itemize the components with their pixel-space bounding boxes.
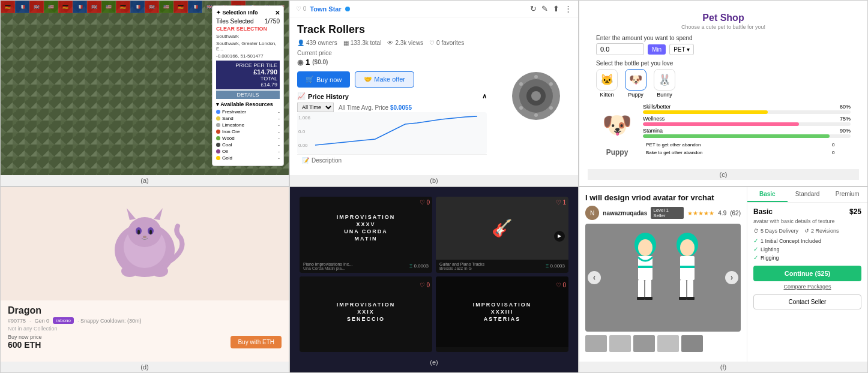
close-icon[interactable]: ✕ [275, 10, 280, 16]
buy-now-button[interactable]: 🛒 Buy now [297, 71, 350, 88]
dragon-artwork [1, 187, 289, 300]
puppy-label: Puppy [628, 92, 643, 98]
flag-cell: 🇫🇷 [130, 1, 145, 13]
refresh-icon[interactable]: ↻ [530, 4, 537, 13]
flag-cell: 🇬🇧 [29, 1, 44, 13]
tab-standard[interactable]: Standard [788, 187, 828, 202]
amount-input[interactable] [596, 43, 644, 55]
tab-basic[interactable]: Basic [747, 187, 788, 202]
pet-option-puppy[interactable]: 🐶 Puppy [625, 69, 646, 98]
clear-selection-button[interactable]: CLEAR SELECTION [216, 26, 280, 32]
flag-cell: 🇺🇸 [101, 1, 116, 13]
resource-action-iron-ore[interactable]: - [278, 129, 280, 134]
flag-cell: 🇩🇪 [1, 1, 15, 13]
panel-d: Dragon #90775 · Gen 0 rabono · Snappy Co… [0, 186, 289, 373]
svg-rect-37 [680, 266, 695, 268]
resource-freshwater: Freshwater - [216, 109, 280, 115]
svg-point-15 [128, 217, 161, 247]
resource-action-freshwater[interactable]: - [278, 109, 280, 115]
avatar-thumb-1[interactable] [585, 335, 607, 352]
continue-button[interactable]: Continue ($25) [753, 266, 861, 281]
pet-option-bunny[interactable]: 🐰 Bunny [654, 69, 675, 98]
time-range-select[interactable]: All Time [297, 103, 334, 112]
heart-icon-4[interactable]: ♡ 0 [556, 282, 566, 288]
seller-info-row: N nawazmuqadas Level 1 Seller ★★★★★ 4.9 … [585, 206, 741, 220]
avatar-thumb-3[interactable] [633, 335, 655, 352]
panel-e: ♡ 0 IMPROVISATION XXXV UNA CORDA MATIN P… [289, 186, 579, 373]
nft-id: #90775 [8, 318, 26, 324]
resource-action-gold[interactable]: - [278, 155, 280, 161]
play-icon-2[interactable]: ▶ [554, 231, 565, 242]
resource-wood: Wood - [216, 136, 280, 141]
description-section: 📝 Description [297, 154, 487, 166]
flag-cell: 🇬🇧 [87, 1, 101, 13]
price-area-2: Ξ 0.0003 [546, 263, 565, 269]
flag-cell: 🇬🇧 [145, 1, 159, 13]
music-card-2: ♡ 1 🎸 ▶ Guitar and Piano Tracks Bressis … [436, 197, 568, 273]
abandon-label-1: PET to get other abandon [644, 142, 829, 148]
pet-select-label: Select the bottle pet you love [596, 60, 851, 67]
share-icon[interactable]: ⬆ [553, 4, 559, 13]
resource-dot-iron-ore [216, 130, 220, 134]
stack-icon: ▦ [343, 40, 349, 46]
avatar-thumb-5[interactable] [681, 335, 703, 352]
seller-name[interactable]: nawazmuqadas [603, 210, 647, 216]
person-icon: 👤 [297, 40, 304, 46]
collapse-icon[interactable]: ∧ [482, 92, 487, 100]
price-history-label: Price History [308, 93, 349, 100]
price-per-tile-box: PRICE PER TILE £14.790 TOTAL £14.79 [216, 61, 280, 89]
more-icon[interactable]: ⋮ [564, 4, 572, 13]
heart-count: ♡ 0 [296, 5, 306, 12]
avatar-thumb-4[interactable] [657, 335, 679, 352]
cart-icon: 🛒 [306, 76, 314, 83]
pet-dropdown[interactable]: PET ▾ [669, 44, 693, 55]
avatar-next-button[interactable]: › [725, 271, 738, 284]
stat-bar-stamina: Stamina 90% [643, 128, 851, 138]
make-offer-button[interactable]: 🤝 Make offer [355, 71, 414, 88]
plan-title-row: Basic $25 [753, 207, 861, 216]
resource-name-wood: Wood [222, 136, 278, 141]
bunny-icon-wrapper: 🐰 [654, 69, 675, 91]
edit-icon[interactable]: ✎ [541, 4, 548, 13]
clock-icon: ⏱ [753, 228, 759, 234]
chart-icon: 📈 [297, 92, 306, 100]
resource-action-limestone[interactable]: - [278, 122, 280, 128]
contact-seller-button[interactable]: Contact Seller [753, 294, 861, 309]
compare-packages-link[interactable]: Compare Packages [753, 284, 861, 290]
min-button[interactable]: Min [648, 44, 666, 55]
card4-actions: ♡ 0 [556, 279, 566, 290]
panel-b-content: Track Rollers 👤 439 owners ▦ 133.3k tota… [290, 17, 578, 174]
location-name: Southwark [216, 34, 280, 39]
pricing-panel: Basic Standard Premium Basic $25 avatar … [747, 187, 867, 362]
heart-icon-1[interactable]: ♡ 0 [420, 199, 430, 206]
stamina-percent: 90% [840, 128, 851, 134]
album-sub-1: UNA CORDA [344, 228, 388, 234]
buy-eth-button[interactable]: Buy with ETH [231, 336, 282, 348]
album-sub-4: ASTERIAS [484, 316, 521, 322]
music-card-3-info [300, 347, 432, 352]
store-name[interactable]: Town Star [310, 5, 341, 13]
avatar-thumb-2[interactable] [609, 335, 631, 352]
resource-action-sand[interactable]: - [278, 116, 280, 121]
rating-count: (62) [730, 210, 741, 216]
resource-action-wood[interactable]: - [278, 136, 280, 141]
avatar-prev-button[interactable]: ‹ [588, 271, 601, 284]
details-button[interactable]: DETAILS [216, 91, 280, 99]
svg-rect-32 [637, 297, 645, 300]
total-value: 133.3k total [351, 40, 382, 46]
heart-icon-2[interactable]: ♡ 1 [556, 199, 566, 206]
tab-premium[interactable]: Premium [827, 187, 867, 202]
gen-label: Gen 0 [35, 318, 50, 324]
kitten-icon-wrapper: 🐱 [596, 69, 618, 91]
price-info: Buy now price 600 ETH [8, 334, 42, 350]
resource-action-oil[interactable]: - [278, 149, 280, 154]
resource-name-sand: Sand [222, 116, 278, 121]
price-icon-2: Ξ [546, 263, 549, 269]
panel-a-label: (a) [1, 175, 289, 186]
wellness-percent: 75% [840, 116, 851, 122]
music-card-3: ♡ 0 IMPROVISATION XXIX SENECCIO [300, 276, 432, 353]
pet-option-kitten[interactable]: 🐱 Kitten [596, 69, 618, 98]
resource-action-coal[interactable]: - [278, 142, 280, 148]
heart-icon-3[interactable]: ♡ 0 [420, 282, 430, 288]
panel-b-header: ♡ 0 Town Star ↻ ✎ ⬆ ⋮ [290, 1, 578, 17]
